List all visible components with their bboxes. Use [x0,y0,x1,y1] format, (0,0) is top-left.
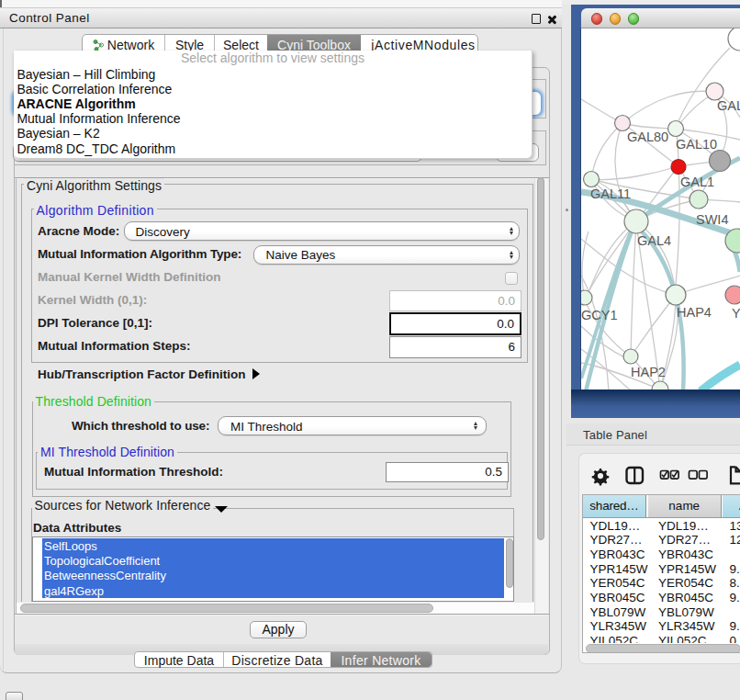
svg-text:Y: Y [732,306,740,321]
svg-text:GAL80: GAL80 [627,130,668,144]
svg-text:GAL1: GAL1 [680,175,714,189]
svg-text:SWI4: SWI4 [696,212,728,227]
svg-text:GCY1: GCY1 [581,308,618,322]
svg-text:GAL11: GAL11 [590,186,631,201]
svg-text:HAP2: HAP2 [631,365,666,379]
svg-text:GAL4: GAL4 [637,233,671,248]
svg-text:GAL: GAL [717,98,740,113]
svg-text:HAP4: HAP4 [677,305,712,320]
svg-text:GAL10: GAL10 [676,137,717,152]
